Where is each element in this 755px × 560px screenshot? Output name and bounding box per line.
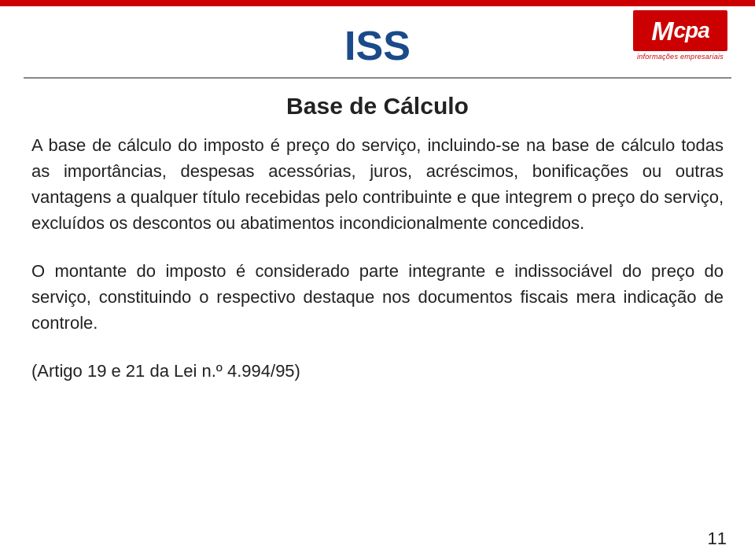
paragraph-3: (Artigo 19 e 21 da Lei n.º 4.994/95) <box>31 358 724 384</box>
paragraph-3-text: (Artigo 19 e 21 da Lei n.º 4.994/95) <box>31 361 300 381</box>
header-divider <box>24 77 731 79</box>
logo-main-text: cpa <box>674 18 709 43</box>
main-content: A base de cálculo do imposto é preço do … <box>31 132 724 521</box>
top-bar <box>0 0 755 6</box>
paragraph-2-text: O montante do imposto é considerado part… <box>31 261 724 333</box>
page-number: 11 <box>708 529 727 549</box>
paragraph-1: A base de cálculo do imposto é preço do … <box>31 132 724 236</box>
logo-subtitle: informações empresariais <box>637 53 724 61</box>
paragraph-1-text: A base de cálculo do imposto é preço do … <box>31 135 724 233</box>
logo-container: M cpa informações empresariais <box>629 8 731 63</box>
paragraph-2: O montante do imposto é considerado part… <box>31 258 724 336</box>
logo-m-char: M <box>651 16 673 46</box>
page-title: ISS <box>31 22 724 69</box>
section-subtitle: Base de Cálculo <box>0 85 755 127</box>
logo-box: M cpa <box>633 10 727 51</box>
